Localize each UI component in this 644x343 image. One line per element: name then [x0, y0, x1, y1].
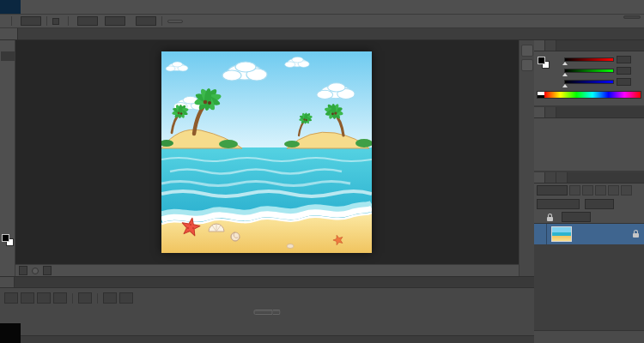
tab-swatches[interactable] — [545, 40, 556, 51]
transition-button[interactable] — [119, 292, 133, 304]
filter-adjustment-layers-icon[interactable] — [582, 185, 593, 196]
green-slider-thumb[interactable] — [562, 73, 568, 76]
fill-select[interactable] — [562, 212, 591, 222]
menu-help[interactable] — [124, 0, 134, 14]
crop-tool-icon[interactable] — [1, 80, 15, 89]
blue-slider[interactable] — [564, 80, 614, 84]
posterize-icon[interactable] — [569, 144, 586, 155]
menu-filter[interactable] — [82, 0, 93, 14]
color-lookup-icon[interactable] — [537, 144, 553, 155]
tab-paths[interactable] — [556, 172, 568, 183]
screen-mode-icon[interactable] — [1, 257, 15, 267]
color-panel-swatches[interactable] — [538, 57, 550, 69]
menu-type[interactable] — [62, 0, 72, 14]
type-tool-icon[interactable] — [1, 184, 15, 193]
lock-all-icon[interactable] — [547, 217, 553, 221]
style-select[interactable] — [77, 16, 98, 26]
filter-pixel-layers-icon[interactable] — [569, 185, 580, 196]
tab-timeline[interactable] — [0, 277, 15, 287]
clone-stamp-tool-icon[interactable] — [1, 117, 15, 127]
rectangle-tool-icon[interactable] — [1, 202, 15, 212]
foreground-color-swatch[interactable] — [538, 57, 545, 64]
rectangular-marquee-tool-icon[interactable] — [1, 51, 15, 61]
green-slider[interactable] — [564, 69, 614, 73]
threshold-icon[interactable] — [586, 144, 602, 155]
vibrance-icon[interactable] — [602, 122, 618, 133]
refine-edge-button[interactable] — [167, 20, 183, 23]
black-white-icon[interactable] — [569, 133, 586, 144]
menu-file[interactable] — [21, 0, 31, 14]
levels-icon[interactable] — [553, 122, 569, 133]
collapsed-properties-panel-icon[interactable] — [521, 59, 533, 71]
eyedropper-tool-icon[interactable] — [1, 89, 15, 99]
canvas-area[interactable] — [15, 40, 519, 264]
gradient-tool-icon[interactable] — [1, 146, 15, 155]
split-clip-button[interactable] — [103, 292, 117, 304]
document-tab[interactable] — [0, 28, 18, 39]
blue-value-field[interactable] — [617, 78, 631, 86]
collapsed-history-panel-icon[interactable] — [521, 45, 533, 57]
hue-saturation-icon[interactable] — [537, 133, 553, 144]
next-frame-button[interactable] — [53, 292, 67, 304]
lasso-tool-icon[interactable] — [1, 61, 15, 70]
blur-tool-icon[interactable] — [1, 155, 15, 165]
healing-brush-tool-icon[interactable] — [1, 99, 15, 108]
zoom-level-field[interactable] — [19, 266, 27, 275]
create-timeline-dropdown-icon[interactable] — [273, 310, 281, 315]
background-layer-row[interactable] — [534, 224, 644, 244]
menu-image[interactable] — [41, 0, 52, 14]
spectrum-rainbow-ramp[interactable] — [544, 92, 641, 98]
create-video-timeline-button[interactable] — [254, 310, 273, 315]
color-balance-icon[interactable] — [553, 133, 569, 144]
curves-icon[interactable] — [569, 122, 586, 133]
tab-styles[interactable] — [545, 107, 556, 117]
tab-layers[interactable] — [534, 172, 545, 183]
spectrum-black-white-swatch[interactable] — [538, 92, 544, 98]
layer-filter-kind-select[interactable] — [537, 185, 568, 196]
color-spectrum-ramp[interactable] — [537, 91, 641, 99]
feather-input[interactable] — [21, 16, 41, 26]
filter-type-layers-icon[interactable] — [595, 185, 606, 196]
menu-select[interactable] — [72, 0, 82, 14]
hand-tool-icon[interactable] — [1, 212, 15, 221]
exposure-icon[interactable] — [586, 122, 602, 133]
layer-visibility-eye-icon[interactable] — [534, 224, 547, 244]
menu-3d[interactable] — [93, 0, 103, 14]
brightness-contrast-icon[interactable] — [537, 122, 553, 133]
first-frame-button[interactable] — [4, 292, 18, 304]
previous-frame-button[interactable] — [21, 292, 34, 304]
filter-shape-layers-icon[interactable] — [608, 185, 619, 196]
menu-layer[interactable] — [52, 0, 62, 14]
blue-slider-thumb[interactable] — [562, 84, 568, 87]
anti-alias-checkbox[interactable] — [52, 18, 59, 25]
photo-filter-icon[interactable] — [586, 133, 602, 144]
timeline-scrollbar-track[interactable] — [0, 335, 534, 343]
menu-view[interactable] — [103, 0, 113, 14]
layer-thumbnail[interactable] — [551, 226, 572, 242]
tab-color[interactable] — [534, 40, 545, 51]
background-lock-icon[interactable] — [633, 230, 639, 239]
path-selection-tool-icon[interactable] — [1, 193, 15, 202]
filter-smart-objects-icon[interactable] — [621, 185, 632, 196]
brush-tool-icon[interactable] — [1, 108, 15, 117]
foreground-color-swatch[interactable] — [2, 234, 9, 242]
quick-mask-icon[interactable] — [1, 248, 15, 257]
tab-channels[interactable] — [545, 172, 556, 183]
blend-mode-select[interactable] — [537, 199, 580, 209]
gradient-map-icon[interactable] — [602, 144, 618, 155]
eraser-tool-icon[interactable] — [1, 136, 15, 146]
width-input[interactable] — [105, 16, 125, 26]
workspace-switcher-button[interactable] — [623, 15, 641, 19]
quick-selection-tool-icon[interactable] — [1, 70, 15, 80]
pen-tool-icon[interactable] — [1, 174, 15, 184]
history-brush-tool-icon[interactable] — [1, 127, 15, 136]
audio-mute-button[interactable] — [78, 292, 92, 304]
red-value-field[interactable] — [617, 56, 631, 63]
invert-icon[interactable] — [553, 144, 569, 155]
menu-edit[interactable] — [31, 0, 41, 14]
green-value-field[interactable] — [617, 67, 631, 75]
red-slider[interactable] — [564, 57, 614, 62]
channel-mixer-icon[interactable] — [602, 133, 618, 144]
move-tool-icon[interactable] — [1, 42, 15, 51]
opacity-select[interactable] — [585, 199, 614, 209]
